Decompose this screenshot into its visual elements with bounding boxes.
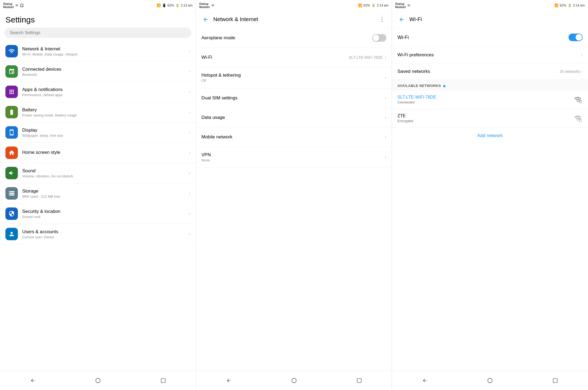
saved-networks-chevron: › xyxy=(581,69,583,74)
recents-nav-1[interactable] xyxy=(155,372,171,389)
data-usage-text: Data usage xyxy=(201,115,385,120)
recents-nav-3[interactable] xyxy=(547,372,563,389)
carrier-info-2: DialogMobitel ✉ xyxy=(199,2,214,9)
wifi-item-chevron: › xyxy=(385,55,386,60)
wifi-item-value: SLT-LTE-WiFi-78DE xyxy=(349,55,383,60)
battery-chevron: › xyxy=(189,110,190,115)
network-icon xyxy=(5,45,18,57)
dual-sim-item[interactable]: Dual SIM settings › xyxy=(196,88,392,108)
svg-point-2 xyxy=(292,378,296,383)
search-input[interactable] xyxy=(4,28,191,38)
settings-title: Settings xyxy=(0,11,196,28)
battery-icon-2: 🔋 xyxy=(371,4,375,7)
network-title: Network & Internet xyxy=(213,16,377,22)
zte-status: Encrypted xyxy=(397,119,573,123)
aeroplane-item[interactable]: Aeroplane mode xyxy=(196,28,392,48)
home-nav-3[interactable] xyxy=(482,372,498,389)
mobile-network-text: Mobile network xyxy=(201,134,385,140)
back-button-2[interactable] xyxy=(200,14,211,25)
battery-title: Battery xyxy=(22,107,189,113)
wifi-toggle-row[interactable]: Wi-Fi xyxy=(392,28,588,47)
apps-title: Apps & notifications xyxy=(22,87,189,92)
apps-icon xyxy=(5,86,18,98)
network-zte[interactable]: ZTE Encrypted xyxy=(392,109,588,128)
settings-item-security[interactable]: Security & location Screen lock › xyxy=(0,204,196,224)
wifi-page-title: Wi-Fi xyxy=(409,16,584,22)
security-title: Security & location xyxy=(22,209,189,214)
security-text: Security & location Screen lock xyxy=(22,209,189,219)
nav-bar-2 xyxy=(196,370,392,390)
back-button-3[interactable] xyxy=(396,14,407,25)
battery-icon xyxy=(5,106,18,118)
network-subtitle: Wi-Fi, Mobile, Data Usage, Hotspot xyxy=(22,52,189,56)
aeroplane-toggle[interactable] xyxy=(372,34,386,42)
battery-percent-2: 62% xyxy=(364,4,370,7)
settings-item-network[interactable]: Network & Internet Wi-Fi, Mobile, Data U… xyxy=(0,41,196,61)
settings-item-sound[interactable]: Sound Volume, vibration, Do not disturb … xyxy=(0,163,196,183)
settings-item-users[interactable]: Users & accounts Current user: Owner › xyxy=(0,224,196,244)
nav-bar-3 xyxy=(392,370,588,390)
apps-subtitle: Permissions, default apps xyxy=(22,93,189,97)
settings-item-storage[interactable]: Storage 99% used - 212 MB free › xyxy=(0,183,196,204)
display-text: Display Wallpaper, sleep, font size xyxy=(22,128,189,138)
home-nav-1[interactable] xyxy=(90,372,106,389)
connected-subtitle: Bluetooth xyxy=(22,73,189,77)
settings-item-home[interactable]: Home screen style › xyxy=(0,143,196,163)
recents-nav-2[interactable] xyxy=(351,372,367,389)
wifi-preferences-item[interactable]: Wi-Fi preferences › xyxy=(392,47,588,63)
sound-title: Sound xyxy=(22,168,189,174)
hotspot-chevron: › xyxy=(385,75,386,80)
aeroplane-title: Aeroplane mode xyxy=(201,35,372,41)
status-right-2: 📶 62% 🔋 2:14 am xyxy=(358,4,388,7)
back-nav-1[interactable] xyxy=(25,372,41,389)
settings-item-apps[interactable]: Apps & notifications Permissions, defaul… xyxy=(0,82,196,102)
security-chevron: › xyxy=(189,211,190,216)
storage-title: Storage xyxy=(22,188,189,194)
more-button[interactable]: ⋮ xyxy=(377,14,387,25)
slt-text: SLT-LTE-WiFi-78DE Connected xyxy=(397,95,573,104)
data-usage-title: Data usage xyxy=(201,115,385,120)
settings-item-connected[interactable]: Connected devices Bluetooth › xyxy=(0,61,196,82)
svg-rect-3 xyxy=(357,378,361,382)
back-nav-3[interactable] xyxy=(417,372,433,389)
headphone-icon: 🎧 xyxy=(20,4,24,7)
storage-icon xyxy=(5,187,18,200)
mobile-network-item[interactable]: Mobile network › xyxy=(196,127,392,147)
vpn-item[interactable]: VPN None › xyxy=(196,147,392,168)
apps-chevron: › xyxy=(189,89,190,94)
network-slt[interactable]: SLT-LTE-WiFi-78DE Connected xyxy=(392,90,588,109)
back-nav-2[interactable] xyxy=(221,372,237,389)
home-text: Home screen style xyxy=(22,150,189,156)
wifi-toggle-knob xyxy=(576,34,582,41)
display-title: Display xyxy=(22,128,189,133)
status-right-3: 📶 62% 🔋 2:14 am xyxy=(554,4,585,7)
connected-icon xyxy=(5,65,18,78)
hotspot-subtitle: Off xyxy=(201,79,385,83)
wifi-item-text: Wi-Fi xyxy=(201,55,349,60)
battery-subtitle: Power saving mode, Battery usage xyxy=(22,113,189,117)
add-network-button[interactable]: Add network xyxy=(392,128,588,144)
wifi-item[interactable]: Wi-Fi SLT-LTE-WiFi-78DE › xyxy=(196,48,392,67)
wifi-toggle[interactable] xyxy=(569,34,583,41)
time-3: 2:14 am xyxy=(573,4,585,7)
wifi-status-icon-2: 📶 xyxy=(358,4,362,7)
vpn-text: VPN None xyxy=(201,152,385,162)
data-usage-chevron: › xyxy=(385,115,386,120)
hotspot-item[interactable]: Hotspot & tethering Off › xyxy=(196,67,392,88)
data-usage-item[interactable]: Data usage › xyxy=(196,108,392,127)
wifi-status-icon-1: 📶 xyxy=(157,4,161,7)
settings-item-battery[interactable]: Battery Power saving mode, Battery usage… xyxy=(0,102,196,122)
saved-networks-item[interactable]: Saved networks 25 networks › xyxy=(392,63,588,80)
network-chevron: › xyxy=(189,49,190,54)
saved-networks-count: 25 networks xyxy=(560,69,580,74)
settings-item-display[interactable]: Display Wallpaper, sleep, font size › xyxy=(0,122,196,143)
vpn-chevron: › xyxy=(385,155,386,160)
sound-subtitle: Volume, vibration, Do not disturb xyxy=(22,174,189,178)
storage-text: Storage 99% used - 212 MB free xyxy=(22,188,189,199)
slt-status: Connected xyxy=(397,100,573,104)
home-nav-2[interactable] xyxy=(286,372,302,389)
svg-rect-4 xyxy=(579,101,582,103)
status-right-1: 📶 📱 62% 🔋 2:13 am xyxy=(157,4,192,7)
display-chevron: › xyxy=(189,130,190,135)
network-panel: DialogMobitel ✉ 📶 62% 🔋 2:14 am Network … xyxy=(196,0,392,390)
